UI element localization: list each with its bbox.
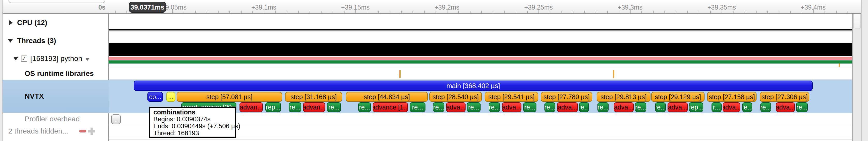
show-thread-plus-icon[interactable] (88, 128, 95, 135)
ruler-minor-tick (321, 10, 321, 13)
ruler-minor-tick (493, 10, 493, 13)
collapse-arrow-icon[interactable] (13, 57, 18, 61)
nvtx-marker-advance[interactable]: advan... (240, 102, 263, 112)
ruler-minor-tick (596, 10, 596, 13)
ruler-minor-tick (745, 10, 745, 13)
ruler-minor-tick (516, 10, 516, 13)
ruler-minor-tick (229, 10, 230, 13)
nvtx-marker-report[interactable]: re... (796, 102, 808, 112)
ruler-minor-tick (756, 10, 756, 13)
thread-utilization-bar (108, 43, 852, 56)
thread-visibility-checkbox[interactable]: ✓ (21, 56, 27, 62)
nvtx-marker-report[interactable]: rep... (266, 102, 281, 112)
nvtx-marker-advance[interactable]: advance [1... (373, 102, 408, 112)
nvtx-marker-advance[interactable]: adva... (446, 102, 466, 112)
nvtx-marker-report[interactable]: re... (489, 102, 500, 112)
ruler-minor-tick (653, 10, 654, 13)
nvtx-marker-report[interactable]: re... (761, 102, 771, 112)
nvtx-marker-advance[interactable]: adva... (668, 102, 688, 112)
nvtx-range-step[interactable]: step [57.081 µs] (177, 92, 282, 102)
cpu-row-label: CPU (12) (17, 19, 47, 27)
ruler-minor-tick (287, 10, 287, 13)
sidebar-row-profiler-overhead[interactable]: Profiler overhead (3, 113, 108, 125)
ruler-minor-tick (790, 10, 791, 13)
ruler-minor-tick (115, 10, 116, 13)
timeline-sidebar: CPU (12) Threads (3) ✓ [168193] python O… (3, 14, 108, 141)
nvtx-marker-report[interactable]: re... (289, 102, 301, 112)
ruler-minor-tick (241, 10, 242, 13)
nvtx-range-step[interactable]: step [29.129 µs] (651, 92, 705, 102)
ruler-minor-tick (401, 10, 402, 13)
collapse-arrow-icon[interactable] (8, 39, 13, 43)
nvtx-marker-advance[interactable]: adva... (776, 102, 795, 112)
nvtx-range-step[interactable]: step [27.780 µs] (541, 92, 592, 102)
tooltip-thread: Thread: 168193 (153, 130, 232, 137)
nvtx-marker-report[interactable]: r... (712, 102, 722, 112)
sidebar-row-os-runtime[interactable]: OS runtime libraries (3, 67, 108, 80)
ruler-minor-tick (561, 10, 562, 13)
ruler-minor-tick (333, 10, 333, 13)
ruler-minor-tick (847, 10, 848, 13)
nvtx-marker-report[interactable]: re... (410, 102, 426, 112)
ruler-minor-tick (481, 10, 482, 13)
ruler-tick-label: +39.35ms (707, 4, 736, 11)
os-runtime-event-tick (399, 70, 401, 78)
ruler-minor-tick (836, 10, 837, 13)
nvtx-marker-report[interactable]: re... (327, 102, 341, 112)
tooltip-title: combinations (153, 109, 232, 116)
expand-arrow-icon[interactable] (9, 20, 13, 25)
nvtx-marker-report[interactable]: rep... (689, 102, 703, 112)
sidebar-row-cpu[interactable]: CPU (12) (3, 14, 108, 32)
ruler-minor-tick (424, 10, 425, 13)
nvtx-marker-report[interactable]: re... (742, 102, 752, 112)
ruler-minor-tick (195, 10, 196, 13)
nvtx-marker-report[interactable]: re... (358, 102, 371, 112)
nvtx-marker-advance[interactable]: adva... (614, 102, 634, 112)
nvtx-marker-advance[interactable]: advan... (303, 102, 325, 112)
nvtx-marker-advance[interactable]: adva... (502, 102, 521, 112)
nvtx-range-step[interactable]: step [29.541 µs] (485, 92, 538, 102)
nvtx-marker-report[interactable]: re... (433, 102, 444, 112)
row-border-line (108, 139, 852, 140)
nvtx-range-short[interactable]: ... (166, 92, 175, 102)
cpu-utilization-bar (108, 29, 852, 31)
hide-thread-minus-icon[interactable] (79, 130, 86, 133)
nvtx-marker-report[interactable]: re... (523, 102, 536, 112)
nvtx-range-step[interactable]: step [29.813 µs] (597, 92, 650, 102)
sidebar-row-threads[interactable]: Threads (3) (3, 32, 108, 50)
nvtx-range-main[interactable]: main [368.402 µs] (134, 80, 813, 91)
sidebar-row-nvtx[interactable]: NVTX (3, 80, 108, 113)
nvtx-range-step[interactable]: step [44.834 µs] (346, 92, 428, 102)
right-pane-edge (861, 0, 868, 141)
nvtx-range-step[interactable]: step [31.168 µs] (285, 92, 342, 102)
nvtx-marker-report[interactable]: re... (545, 102, 555, 112)
nvtx-marker-report[interactable]: re... (597, 102, 609, 112)
thread-state-strip-green (108, 61, 852, 64)
nvtx-marker-report[interactable]: re... (467, 102, 480, 112)
profiler-overhead-ellipsis-button[interactable]: ... (111, 114, 121, 124)
nvtx-range-combinations[interactable]: co... (148, 92, 163, 102)
tooltip-ends: Ends: 0.0390449s (+7.506 µs) (153, 123, 232, 130)
ruler-tick-label: +39.15ms (341, 4, 370, 11)
nvtx-marker-report[interactable]: re... (579, 102, 589, 112)
nvtx-range-step[interactable]: step [27.158 µs] (707, 92, 756, 102)
nvtx-range-step[interactable]: step [27.306 µs] (760, 92, 809, 102)
nvtx-marker-report[interactable]: re... (655, 102, 666, 112)
ruler-minor-tick (699, 10, 700, 13)
thread-options-caret-icon[interactable] (85, 58, 90, 61)
ruler-minor-tick (218, 10, 219, 13)
event-tooltip: combinations Begins: 0.0390374s Ends: 0.… (149, 107, 236, 138)
ruler-tick-label: +39.3ms (618, 4, 643, 11)
nvtx-marker-advance[interactable]: adva... (723, 102, 740, 112)
sidebar-row-hidden-threads[interactable]: 2 threads hidden... (3, 125, 108, 137)
sidebar-row-thread-python[interactable]: ✓ [168193] python (3, 50, 108, 67)
ruler-minor-tick (298, 10, 299, 13)
row-border-line (108, 32, 852, 32)
ruler-origin-label: 0s (93, 4, 105, 11)
nvtx-range-step[interactable]: step [28.540 µs] (429, 92, 482, 102)
nsight-timeline-view: 0s +39.05ms+39.1ms+39.15ms+39.2ms+39.25m… (0, 0, 868, 141)
thread-python-label: [168193] python (30, 55, 82, 63)
nvtx-marker-advance[interactable]: adva... (557, 102, 578, 112)
time-cursor-badge: 39.0371ms (129, 2, 166, 13)
nvtx-marker-report[interactable]: re... (635, 102, 646, 112)
